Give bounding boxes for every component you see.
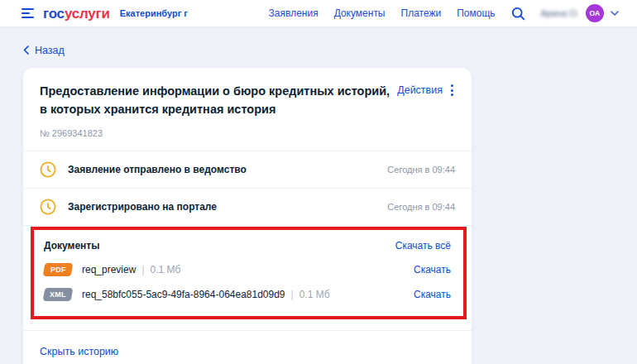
gosuslugi-logo[interactable]: госуслуги xyxy=(43,7,110,21)
nav-documents[interactable]: Документы xyxy=(334,7,386,19)
nav-help[interactable]: Помощь xyxy=(457,7,495,19)
header-left: госуслуги Екатеринбург г xyxy=(22,7,188,21)
city-selector[interactable]: Екатеринбург г xyxy=(120,8,188,18)
kebab-menu-icon[interactable] xyxy=(449,84,455,97)
status-time: Сегодня в 09:44 xyxy=(387,165,455,175)
download-link[interactable]: Скачать xyxy=(414,289,451,300)
card-footer: Скрыть историю xyxy=(23,330,472,364)
document-name: req_58bfc055-5ac9-49fa-8964-064ea81d09d9 xyxy=(82,289,285,300)
history-row: Заявление отправлено в ведомство Сегодня… xyxy=(23,151,472,188)
logo-part-red: услуги xyxy=(65,6,110,22)
documents-section: Документы Скачать всё PDF req_preview | … xyxy=(23,225,472,330)
header-right: Заявления Документы Платежи Помощь Арина… xyxy=(269,4,619,22)
hide-history-link[interactable]: Скрыть историю xyxy=(40,346,118,357)
pdf-badge: PDF xyxy=(43,263,74,276)
back-label: Назад xyxy=(35,45,65,56)
separator: | xyxy=(291,289,294,300)
page-title: Предоставление информации о бюро кредитн… xyxy=(40,82,397,118)
logo-part-blue: гос xyxy=(43,6,65,22)
user-name: Арина О. xyxy=(541,8,579,18)
back-button[interactable]: Назад xyxy=(23,45,65,56)
card-header: Предоставление информации о бюро кредитн… xyxy=(23,68,472,151)
actions-label: Действия xyxy=(397,84,443,96)
status-time: Сегодня в 09:44 xyxy=(387,202,455,212)
download-link[interactable]: Скачать xyxy=(414,264,451,275)
nav-applications[interactable]: Заявления xyxy=(269,7,318,19)
document-row: PDF req_preview | 0.1 Мб Скачать xyxy=(44,257,451,282)
main-content: Назад Предоставление информации о бюро к… xyxy=(0,27,637,364)
application-number: № 2969341823 xyxy=(40,128,455,138)
actions-button[interactable]: Действия xyxy=(397,84,455,97)
user-menu[interactable]: Арина О. ОА xyxy=(541,4,619,22)
xml-badge: XML xyxy=(43,288,74,301)
chevron-left-icon xyxy=(23,46,29,55)
download-all-link[interactable]: Скачать всё xyxy=(395,240,451,251)
status-text: Зарегистрировано на портале xyxy=(68,201,387,213)
document-row: XML req_58bfc055-5ac9-49fa-8964-064ea81d… xyxy=(44,282,451,307)
documents-title: Документы xyxy=(44,240,99,251)
clock-icon xyxy=(40,199,56,215)
status-text: Заявление отправлено в ведомство xyxy=(68,164,387,175)
menu-icon[interactable] xyxy=(22,8,34,18)
application-card: Предоставление информации о бюро кредитн… xyxy=(23,68,472,364)
history-row: Зарегистрировано на портале Сегодня в 09… xyxy=(23,188,472,225)
nav-payments[interactable]: Платежи xyxy=(401,7,442,19)
clock-icon xyxy=(40,161,56,178)
document-size: 0.1 Мб xyxy=(299,289,330,300)
document-name: req_preview xyxy=(82,264,136,275)
annotation-highlight-box: Документы Скачать всё PDF req_preview | … xyxy=(31,227,467,319)
search-icon[interactable] xyxy=(511,7,525,21)
document-size: 0.1 Мб xyxy=(151,264,181,275)
avatar[interactable]: ОА xyxy=(586,4,604,22)
chevron-down-icon xyxy=(611,11,619,16)
app-header: госуслуги Екатеринбург г Заявления Докум… xyxy=(0,0,637,27)
separator: | xyxy=(141,264,144,275)
